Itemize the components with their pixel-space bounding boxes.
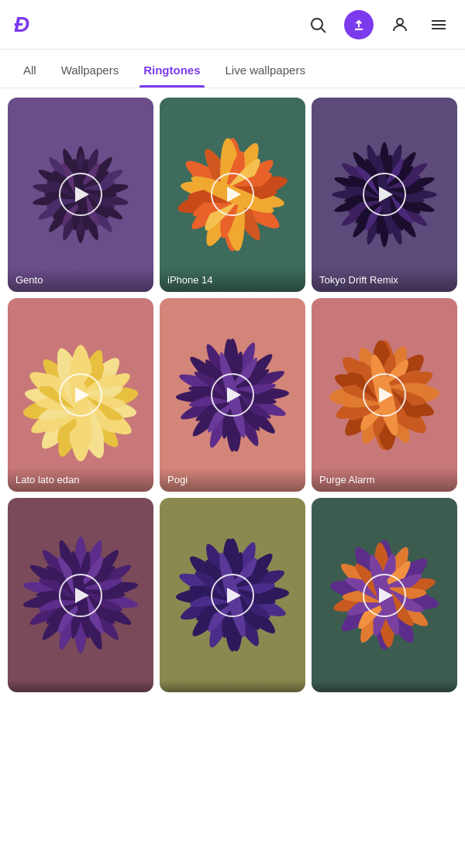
play-triangle — [227, 387, 241, 403]
card-label-tokyo: Tokyo Drift Remix — [312, 268, 457, 292]
card-label-purge: Purge Alarm — [312, 468, 457, 492]
play-button-latolato[interactable] — [59, 373, 102, 417]
card-label-iphone14: iPhone 14 — [160, 268, 305, 292]
search-button[interactable] — [305, 12, 330, 37]
play-button-purge[interactable] — [363, 373, 406, 417]
upload-button[interactable] — [344, 10, 374, 39]
card-9[interactable] — [312, 498, 457, 692]
svg-point-0 — [312, 19, 322, 29]
play-button-gento[interactable] — [59, 173, 102, 216]
card-purge[interactable]: Purge Alarm — [312, 298, 457, 492]
card-tokyo[interactable]: Tokyo Drift Remix — [312, 98, 457, 292]
ringtones-grid: Gento — [0, 88, 465, 702]
tab-all[interactable]: All — [11, 50, 49, 87]
card-7[interactable] — [8, 498, 153, 692]
card-iphone14[interactable]: iPhone 14 — [160, 98, 305, 292]
play-button-iphone14[interactable] — [211, 173, 254, 216]
card-label-8 — [160, 680, 305, 692]
play-button-9[interactable] — [363, 574, 406, 617]
card-pogi[interactable]: Pogi — [160, 298, 305, 492]
play-triangle — [227, 187, 241, 202]
play-triangle — [227, 588, 241, 603]
card-gento[interactable]: Gento — [8, 98, 153, 292]
logo: Ð — [14, 12, 29, 37]
play-triangle — [75, 187, 89, 202]
card-label-7 — [8, 680, 153, 692]
profile-button[interactable] — [388, 12, 412, 37]
person-icon — [391, 15, 409, 34]
play-button-8[interactable] — [211, 574, 254, 617]
tab-ringtones[interactable]: Ringtones — [131, 50, 212, 87]
card-label-gento: Gento — [8, 268, 153, 292]
upload-icon — [351, 17, 367, 33]
play-button-pogi[interactable] — [211, 373, 254, 417]
play-triangle — [379, 588, 393, 603]
play-triangle — [75, 387, 89, 403]
card-8[interactable] — [160, 498, 305, 692]
play-triangle — [379, 187, 393, 202]
svg-point-4 — [397, 19, 403, 25]
play-triangle — [379, 387, 393, 403]
play-button-tokyo[interactable] — [363, 173, 406, 216]
header: Ð — [0, 0, 465, 50]
card-latolato[interactable]: Lato lato edan — [8, 298, 153, 492]
svg-line-1 — [322, 28, 326, 33]
card-label-latolato: Lato lato edan — [8, 468, 153, 492]
card-label-pogi: Pogi — [160, 468, 305, 492]
card-label-9 — [312, 680, 457, 692]
search-icon — [308, 15, 327, 34]
play-triangle — [75, 588, 89, 603]
header-icons — [305, 10, 451, 39]
tab-live-wallpapers[interactable]: Live wallpapers — [213, 50, 318, 87]
menu-icon — [429, 15, 448, 34]
tab-wallpapers[interactable]: Wallpapers — [49, 50, 131, 87]
menu-button[interactable] — [426, 12, 451, 37]
play-button-7[interactable] — [59, 574, 102, 617]
tabs-nav: All Wallpapers Ringtones Live wallpapers — [0, 50, 465, 88]
